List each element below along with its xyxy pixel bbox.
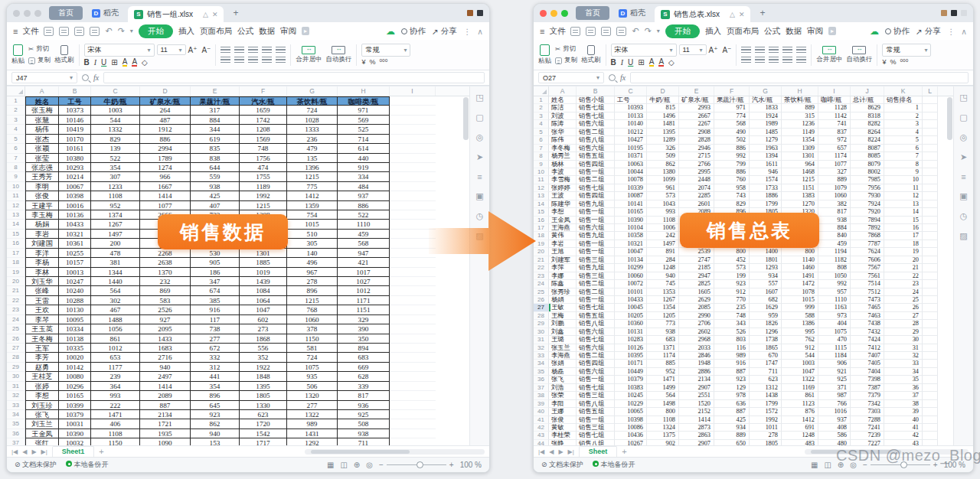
cell-H40[interactable]: 876 bbox=[782, 408, 818, 415]
cell-B19[interactable]: 销售一组 bbox=[577, 240, 615, 248]
menu-tab-data[interactable]: 数据 bbox=[786, 26, 802, 37]
cell-I3[interactable]: 1142 bbox=[818, 112, 851, 120]
cell-E2[interactable]: 2993 bbox=[679, 104, 714, 112]
cell-I34[interactable] bbox=[390, 410, 436, 419]
row-header-3[interactable]: 3 bbox=[7, 116, 25, 125]
cell-K25[interactable]: 24 bbox=[884, 288, 923, 296]
cell-A2[interactable]: 陈洁 bbox=[549, 104, 577, 112]
row-header-7[interactable]: 7 bbox=[534, 145, 549, 152]
align-right-icon[interactable] bbox=[769, 57, 779, 64]
row-header-18[interactable]: 18 bbox=[7, 258, 25, 267]
cell-I10[interactable] bbox=[390, 182, 436, 191]
cell-G32[interactable]: 1320 bbox=[287, 391, 338, 400]
share-button[interactable]: ↗分享 bbox=[432, 26, 457, 37]
row-header-3[interactable]: 3 bbox=[534, 112, 549, 120]
traffic-lights[interactable] bbox=[13, 10, 41, 17]
cell-G33[interactable]: 277 bbox=[287, 401, 338, 410]
cell-H15[interactable]: 459 bbox=[338, 230, 390, 239]
cell-C13[interactable]: 10087 bbox=[615, 192, 647, 200]
row-header-39[interactable]: 39 bbox=[534, 400, 549, 408]
font-name-select[interactable]: 宋体▾ bbox=[84, 44, 155, 57]
row-header-32[interactable]: 32 bbox=[534, 344, 549, 352]
cell-C37[interactable]: 1150 bbox=[91, 438, 140, 445]
window-control-icon[interactable] bbox=[951, 10, 957, 16]
cell-L6[interactable] bbox=[923, 136, 938, 144]
cell-C44[interactable]: 10267 bbox=[615, 440, 647, 445]
history-panel-icon[interactable]: ◷ bbox=[960, 211, 968, 221]
cell-J35[interactable]: 7404 bbox=[851, 368, 884, 376]
cell-H5[interactable]: 714 bbox=[338, 135, 390, 144]
redo-icon[interactable]: ↷ bbox=[645, 26, 652, 36]
cell-E33[interactable]: 645 bbox=[191, 401, 240, 410]
cell-B22[interactable]: 10288 bbox=[59, 296, 91, 305]
cell-E14[interactable]: 2601 bbox=[679, 200, 714, 208]
underline-button[interactable]: U bbox=[628, 58, 633, 67]
first-sheet-icon[interactable]: |◀ bbox=[538, 448, 544, 455]
cell-E39[interactable]: 1520 bbox=[679, 400, 714, 408]
cell-K11[interactable]: 10 bbox=[884, 176, 923, 184]
cell-F35[interactable]: 1720 bbox=[240, 419, 287, 428]
cell-A10[interactable]: 李波 bbox=[549, 168, 577, 176]
cell-C3[interactable]: 544 bbox=[91, 116, 140, 125]
cell-K27[interactable]: 26 bbox=[884, 304, 923, 311]
cell-G23[interactable]: 768 bbox=[287, 305, 338, 314]
cell-G21[interactable]: 896 bbox=[287, 286, 338, 295]
cell-F12[interactable]: 958 bbox=[714, 184, 750, 192]
cell-F25[interactable]: 912 bbox=[714, 288, 750, 296]
cell-E22[interactable]: 2185 bbox=[679, 264, 714, 272]
cell-B13[interactable]: 销售四组 bbox=[577, 192, 615, 200]
cell-C15[interactable]: 10165 bbox=[615, 208, 647, 216]
align-center-icon[interactable] bbox=[755, 57, 765, 64]
cell-A20[interactable]: 王旭 bbox=[549, 248, 577, 256]
cell-L13[interactable] bbox=[923, 192, 938, 200]
cell-B33[interactable]: 10399 bbox=[59, 401, 91, 410]
cell-J34[interactable]: 7405 bbox=[851, 360, 884, 367]
cell-F23[interactable]: 1047 bbox=[240, 305, 287, 314]
cell-F6[interactable]: 502 bbox=[714, 136, 750, 144]
row-header-6[interactable]: 6 bbox=[534, 136, 549, 144]
cell-D27[interactable]: 1354 bbox=[647, 304, 679, 311]
cell-F43[interactable]: 889 bbox=[714, 432, 750, 439]
collapse-ribbon-icon[interactable]: ∧ bbox=[477, 27, 483, 36]
cell-F1[interactable]: 果蔬汁/瓶 bbox=[714, 96, 750, 104]
cell-G19[interactable]: 967 bbox=[287, 268, 338, 277]
cell-I16[interactable]: 938 bbox=[818, 217, 851, 224]
cell-I1[interactable]: 咖啡/瓶 bbox=[818, 96, 851, 104]
cell-F27[interactable]: 556 bbox=[240, 344, 287, 353]
cell-G22[interactable]: 1293 bbox=[750, 264, 782, 272]
cell-G13[interactable]: 1886 bbox=[750, 192, 782, 200]
column-header-G[interactable]: G bbox=[750, 86, 782, 96]
cell-E21[interactable]: 2747 bbox=[679, 256, 714, 264]
cell-K10[interactable]: 9 bbox=[884, 168, 923, 176]
cell-E37[interactable]: 153 bbox=[191, 438, 240, 445]
cell-C22[interactable]: 10299 bbox=[615, 264, 647, 272]
cut-button[interactable]: ✂剪切 bbox=[555, 44, 577, 54]
cell-K30[interactable]: 29 bbox=[884, 328, 923, 336]
cell-C11[interactable]: 10078 bbox=[615, 176, 647, 184]
cell-D4[interactable]: 1481 bbox=[647, 120, 679, 128]
cell-H30[interactable]: 995 bbox=[782, 328, 818, 336]
more-menu-icon[interactable]: ⋮ bbox=[947, 27, 956, 36]
cell-B19[interactable]: 10013 bbox=[59, 268, 91, 277]
cell-D2[interactable]: 264 bbox=[140, 106, 191, 115]
normal-view-icon[interactable]: ▦ bbox=[811, 461, 818, 469]
last-sheet-icon[interactable]: ▶| bbox=[568, 448, 574, 455]
cell-A15[interactable]: 李想 bbox=[549, 208, 577, 216]
cell-A34[interactable]: 张飞 bbox=[25, 410, 59, 419]
menu-file[interactable]: 文件 bbox=[549, 26, 565, 37]
cell-I2[interactable]: 1128 bbox=[818, 104, 851, 112]
cell-H21[interactable]: 1140 bbox=[782, 256, 818, 264]
cell-A30[interactable]: 王桂芝 bbox=[25, 372, 59, 381]
cell-I2[interactable] bbox=[390, 106, 436, 115]
cell-F19[interactable]: 1019 bbox=[240, 268, 287, 277]
cell-F30[interactable]: 526 bbox=[714, 328, 750, 336]
collaborate-button[interactable]: 协作 bbox=[885, 26, 910, 37]
cell-E35[interactable]: 2886 bbox=[679, 368, 714, 376]
cell-J23[interactable]: 7561 bbox=[851, 272, 884, 280]
cell-F4[interactable]: 568 bbox=[714, 120, 750, 128]
cell-C6[interactable]: 10427 bbox=[615, 136, 647, 144]
print-preview-icon[interactable] bbox=[90, 27, 100, 36]
cell-E12[interactable]: 407 bbox=[191, 201, 240, 210]
cell-B34[interactable]: 10379 bbox=[59, 410, 91, 419]
cell-G26[interactable]: 1150 bbox=[287, 334, 338, 344]
